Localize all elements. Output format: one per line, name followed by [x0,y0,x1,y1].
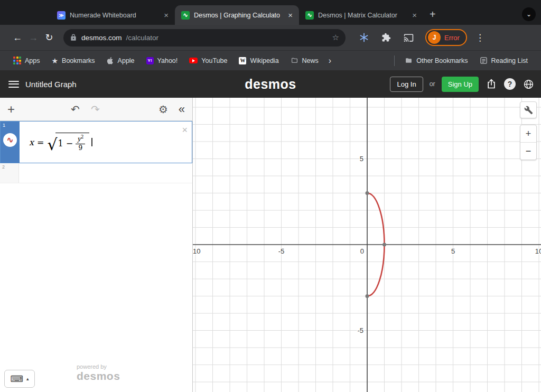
graph-canvas[interactable]: -10-505105-5 [193,98,541,392]
undo-button[interactable]: ↶ [71,103,80,116]
text-cursor [91,138,92,146]
math-lhs: x [29,137,34,147]
desmos-watermark: powered by desmos [77,363,120,382]
reading-list-button[interactable]: Reading List [474,54,534,68]
expression-math[interactable]: x = √ 1 − y2 9 [20,122,192,163]
fraction-numerator: y [77,135,81,143]
share-icon [486,79,497,89]
tab-title: Numerade Whiteboard [70,12,158,19]
zoom-controls: + − [520,125,537,160]
new-tab-button[interactable]: + [430,8,436,21]
browser-window: ≫ Numerade Whiteboard × ∿ Desmos | Graph… [0,0,541,392]
bookmark-label: Bookmarks [62,57,95,64]
login-button[interactable]: Log In [390,77,423,92]
bookmark-label: Apple [118,57,135,64]
math-fraction: y2 9 [76,135,85,152]
close-tab-icon[interactable]: × [411,11,418,20]
expression-toolbar: + ↶ ↷ ⚙ « [0,98,192,121]
other-bookmarks-button[interactable]: Other Bookmarks [399,54,473,68]
close-tab-icon[interactable]: × [287,11,294,20]
signup-button[interactable]: Sign Up [442,77,479,92]
tab-search-button[interactable]: ⌄ [522,7,536,21]
graph-settings-button[interactable] [520,101,537,118]
svg-text:5: 5 [360,155,363,163]
bookmark-yahoo[interactable]: Y! Yahoo! [141,54,184,68]
main-content: + ↶ ↷ ⚙ « 1 ∿ x = √ 1 − [0,98,541,392]
bookmark-news[interactable]: News [285,54,324,68]
expression-index: 1 [1,122,5,128]
bookmark-label: News [302,57,319,64]
tab-numerade[interactable]: ≫ Numerade Whiteboard × [51,5,175,25]
bookmarks-bar: Apps ★ Bookmarks Apple Y! Yahoo! YouTube… [0,50,541,70]
apple-icon [107,57,114,64]
main-menu-icon[interactable] [8,81,19,88]
avatar: J [428,31,441,44]
address-bar[interactable]: desmos.com/calculator ☆ [63,29,346,46]
extensions-puzzle-icon[interactable] [381,33,391,42]
desmos-favicon: ∿ [181,11,190,20]
math-sqrt: √ 1 − y2 9 [47,133,89,152]
browser-menu-icon[interactable]: ⋮ [475,32,484,43]
star-icon: ★ [52,57,59,65]
keyboard-icon: ⌨ [10,374,23,385]
language-button[interactable] [522,78,535,90]
curve-style-icon[interactable]: ∿ [3,133,17,147]
tab-desmos-graphing[interactable]: ∿ Desmos | Graphing Calculato × [175,5,299,25]
bookmark-apple[interactable]: Apple [101,54,141,68]
svg-text:5: 5 [451,247,455,255]
numerade-favicon: ≫ [57,11,66,20]
desmos-header: Untitled Graph desmos Log In or Sign Up … [0,70,541,98]
bookmarks-overflow-icon[interactable]: › [329,56,331,66]
tab-desmos-matrix[interactable]: ∿ Desmos | Matrix Calculator × [299,5,423,25]
svg-text:-10: -10 [193,247,200,255]
bookmark-label: Wikipedia [250,57,278,64]
bookmark-wikipedia[interactable]: W Wikipedia [233,54,284,68]
collapse-panel-button[interactable]: « [179,102,185,116]
other-bookmarks-label: Other Bookmarks [416,57,468,64]
expression-row-1[interactable]: 1 ∿ x = √ 1 − y2 9 [0,121,192,163]
chevron-down-icon: ⌄ [526,11,531,18]
zoom-out-button[interactable]: − [520,143,536,160]
graph-region: -10-505105-5 + − [193,98,541,392]
delete-expression-button[interactable]: × [182,125,188,136]
profile-button[interactable]: J Error [425,29,467,46]
url-domain: desmos.com [81,34,122,42]
reload-button[interactable]: ↻ [41,32,57,43]
forward-button[interactable]: → [25,32,41,43]
expression-row-2[interactable]: 2 [0,163,192,183]
cast-icon[interactable] [404,33,414,43]
bookmark-apps[interactable]: Apps [7,54,46,68]
edit-list-gear-button[interactable]: ⚙ [158,103,168,116]
add-expression-button[interactable]: + [7,102,15,117]
bookmark-page-icon[interactable]: ☆ [332,33,339,42]
back-button[interactable]: ← [10,32,25,43]
redo-button[interactable]: ↷ [91,103,100,116]
bookmark-bookmarks[interactable]: ★ Bookmarks [46,54,101,68]
url-path: /calculator [126,34,159,42]
math-equals: = [37,137,44,147]
watermark-brand: desmos [77,370,120,382]
close-tab-icon[interactable]: × [163,11,170,20]
youtube-icon [189,58,198,63]
expression-gutter[interactable]: 1 ∿ [1,122,20,163]
watermark-powered-by: powered by [77,363,120,370]
tab-strip: ≫ Numerade Whiteboard × ∿ Desmos | Graph… [0,0,541,25]
wikipedia-icon: W [239,57,246,64]
zoom-in-button[interactable]: + [520,125,536,143]
show-keyboard-button[interactable]: ⌨ ▴ [4,370,35,388]
extension-snowflake-icon[interactable] [359,33,369,42]
help-button[interactable]: ? [504,78,516,90]
profile-sync-error-label: Error [444,34,460,42]
svg-text:10: 10 [535,247,541,255]
reading-list-label: Reading List [491,57,528,64]
bookmark-label: Yahoo! [157,57,178,64]
svg-text:-5: -5 [357,326,363,334]
wrench-icon [524,106,533,115]
expression-gutter: 2 [0,163,19,183]
graph-title[interactable]: Untitled Graph [25,80,77,89]
expression-panel: + ↶ ↷ ⚙ « 1 ∿ x = √ 1 − [0,98,193,392]
divider [394,55,395,66]
share-button[interactable] [485,78,498,90]
bookmark-youtube[interactable]: YouTube [183,54,233,68]
tab-title: Desmos | Matrix Calculator [318,12,407,19]
